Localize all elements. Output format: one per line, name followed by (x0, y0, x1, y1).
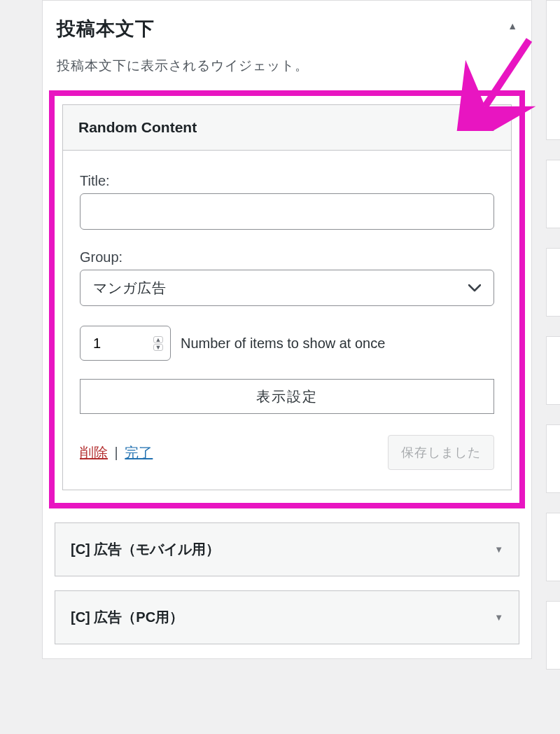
widget-area-description: 投稿本文下に表示されるウイジェット。 (55, 44, 519, 90)
footer-links: 削除 | 完了 (80, 443, 153, 462)
widget-toggle-header[interactable]: [C] 広告（モバイル用） ▼ (55, 523, 519, 576)
chevron-down-icon (468, 282, 481, 294)
title-field-group: Title: (80, 173, 494, 230)
group-field-group: Group: マンガ広告 (80, 249, 494, 306)
widget-footer: 削除 | 完了 保存しました (80, 435, 494, 470)
delete-link[interactable]: 削除 (80, 445, 108, 460)
widget-title-label: [C] 広告（モバイル用） (71, 540, 220, 559)
count-label: Number of items to show at once (181, 335, 385, 352)
collapse-up-icon: ▲ (486, 123, 496, 133)
group-selected-value: マンガ広告 (93, 279, 167, 298)
widget-toggle-header[interactable]: [C] 広告（PC用） ▼ (55, 591, 519, 644)
spinner-down-icon[interactable]: ▼ (153, 344, 163, 351)
chevron-down-icon: ▼ (494, 544, 503, 555)
title-input[interactable] (80, 193, 494, 230)
widget-area-title: 投稿本文下 (57, 18, 155, 39)
link-separator: | (111, 445, 122, 460)
count-row: ▲ ▼ Number of items to show at once (80, 326, 494, 361)
collapse-up-icon: ▲ (507, 20, 517, 32)
count-input-wrap: ▲ ▼ (80, 326, 171, 361)
saved-button: 保存しました (388, 435, 494, 470)
collapsed-widget-pc-ad: [C] 広告（PC用） ▼ (55, 590, 519, 644)
random-content-widget: Random Content ▲ Title: Group: マンガ広告 (62, 104, 512, 490)
widget-title-label: Random Content (78, 119, 197, 136)
widget-area-header[interactable]: 投稿本文下 ▲ (55, 1, 519, 44)
title-label: Title: (80, 173, 494, 189)
spinner-controls: ▲ ▼ (153, 336, 163, 351)
spinner-up-icon[interactable]: ▲ (153, 336, 163, 343)
collapsed-widget-mobile-ad: [C] 広告（モバイル用） ▼ (55, 522, 519, 576)
widget-area-panel: 投稿本文下 ▲ 投稿本文下に表示されるウイジェット。 Random Conten… (42, 0, 532, 659)
count-input[interactable] (93, 335, 135, 352)
display-settings-button[interactable]: 表示設定 (80, 379, 494, 414)
group-select[interactable]: マンガ広告 (80, 270, 494, 306)
highlight-annotation: Random Content ▲ Title: Group: マンガ広告 (49, 90, 525, 508)
widget-toggle-header[interactable]: Random Content ▲ (63, 105, 511, 151)
done-link[interactable]: 完了 (125, 445, 153, 460)
widget-title-label: [C] 広告（PC用） (71, 608, 183, 627)
chevron-down-icon: ▼ (494, 612, 503, 623)
sidebar-stubs (546, 0, 560, 689)
widget-body: Title: Group: マンガ広告 (63, 151, 511, 490)
group-label: Group: (80, 249, 494, 265)
